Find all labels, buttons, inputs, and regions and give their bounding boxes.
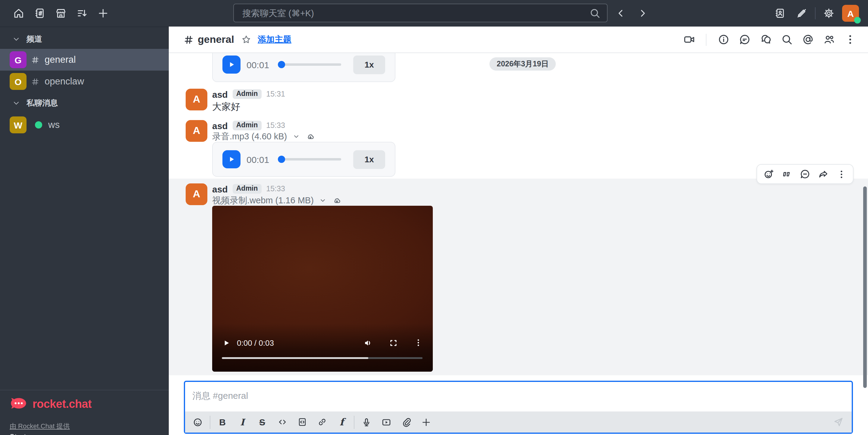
members-button[interactable] bbox=[820, 31, 837, 48]
home-icon bbox=[13, 7, 25, 19]
role-badge: Admin bbox=[233, 90, 261, 99]
video-progress-bar[interactable] bbox=[222, 357, 423, 359]
play-button[interactable] bbox=[222, 150, 241, 168]
add-reaction-button[interactable] bbox=[760, 166, 777, 182]
message-avatar[interactable]: A bbox=[186, 89, 207, 110]
hash-icon bbox=[183, 34, 194, 45]
message-avatar[interactable]: A bbox=[186, 120, 207, 142]
channel-name[interactable]: general bbox=[198, 33, 234, 46]
directory-button[interactable] bbox=[31, 5, 48, 22]
threads-button[interactable] bbox=[736, 31, 753, 48]
date-separator: 2026年3月19日 bbox=[490, 57, 556, 70]
add-topic-link[interactable]: 添加主题 bbox=[258, 34, 291, 45]
compose-disabled-button[interactable] bbox=[793, 5, 810, 22]
send-button[interactable] bbox=[830, 414, 846, 430]
channel-header: general 添加主题 bbox=[169, 27, 868, 53]
chevron-right-icon bbox=[637, 7, 649, 19]
rocketchat-icon bbox=[10, 395, 28, 413]
playback-rate-button[interactable]: 1x bbox=[353, 55, 385, 74]
message-list: 00:01 1x 2026年3月19日 A asd Admin 15:31 大家… bbox=[169, 53, 868, 435]
collapse-chevron-icon[interactable] bbox=[319, 197, 327, 205]
download-icon[interactable] bbox=[333, 196, 342, 205]
topbar-divider bbox=[815, 7, 815, 19]
contacts-button[interactable] bbox=[772, 5, 788, 22]
discussions-button[interactable] bbox=[757, 31, 774, 48]
chat-scrollbar[interactable] bbox=[863, 186, 867, 388]
reply-in-thread-button[interactable] bbox=[797, 166, 813, 182]
username[interactable]: asd bbox=[212, 184, 228, 194]
hash-icon bbox=[31, 77, 40, 86]
kebab-icon[interactable] bbox=[413, 338, 423, 348]
sort-button[interactable] bbox=[73, 5, 90, 22]
volume-icon[interactable] bbox=[363, 338, 373, 348]
sidebar: 频道 G general O openclaw 私聊消息 W ws rocket… bbox=[0, 27, 169, 435]
audio-message-button[interactable] bbox=[359, 414, 374, 430]
back-button[interactable] bbox=[613, 5, 629, 22]
collapse-chevron-icon[interactable] bbox=[292, 133, 300, 141]
inline-code-button[interactable] bbox=[274, 414, 290, 430]
formula-button[interactable]: f bbox=[334, 414, 350, 430]
settings-button[interactable] bbox=[820, 5, 837, 22]
marketplace-button[interactable] bbox=[53, 5, 69, 22]
video-message-button[interactable] bbox=[378, 414, 394, 430]
composer-input[interactable]: 消息 #general bbox=[185, 382, 852, 411]
mentions-button[interactable] bbox=[799, 31, 816, 48]
attachment-title-row: 视频录制.webm (1.16 MB) bbox=[212, 195, 342, 206]
attach-file-button[interactable] bbox=[398, 414, 414, 430]
sidebar-item-ws[interactable]: W ws bbox=[0, 114, 169, 136]
italic-button[interactable]: I bbox=[235, 414, 250, 430]
message-avatar[interactable]: A bbox=[186, 183, 207, 205]
section-direct-messages[interactable]: 私聊消息 bbox=[0, 98, 169, 108]
video-message-icon bbox=[381, 416, 392, 428]
channel-info-button[interactable] bbox=[715, 31, 732, 48]
audio-seek-slider[interactable] bbox=[278, 156, 341, 163]
favorite-star-icon[interactable] bbox=[241, 34, 252, 45]
plus-button[interactable] bbox=[418, 414, 434, 430]
section-channels[interactable]: 频道 bbox=[0, 34, 169, 44]
sidebar-footer: rocket.chat 由 Rocket.Chat 提供 Starter bbox=[0, 390, 169, 435]
emoji-button[interactable] bbox=[190, 414, 206, 430]
username[interactable]: asd bbox=[212, 120, 228, 130]
code-block-button[interactable] bbox=[294, 414, 310, 430]
link-icon bbox=[317, 417, 327, 427]
top-bar: A bbox=[0, 0, 868, 27]
username[interactable]: asd bbox=[212, 89, 228, 99]
message-kebab-button[interactable] bbox=[833, 166, 850, 182]
forward-button[interactable] bbox=[815, 166, 832, 182]
hash-icon bbox=[31, 55, 40, 64]
call-button[interactable] bbox=[681, 31, 698, 48]
play-icon[interactable] bbox=[222, 338, 231, 347]
sidebar-item-openclaw[interactable]: O openclaw bbox=[0, 70, 169, 92]
link-button[interactable] bbox=[314, 414, 330, 430]
audio-seek-slider[interactable] bbox=[278, 61, 341, 68]
forward-icon bbox=[818, 168, 829, 180]
video-attachment-player[interactable]: 0:00 / 0:03 bbox=[212, 206, 433, 372]
forward-button[interactable] bbox=[634, 5, 651, 22]
user-avatar[interactable]: A bbox=[842, 5, 859, 22]
search-messages-button[interactable] bbox=[778, 31, 795, 48]
attachment-name[interactable]: 录音.mp3 (4.60 kB) bbox=[212, 131, 287, 142]
attachment-name[interactable]: 视频录制.webm (1.16 MB) bbox=[212, 195, 314, 206]
home-button[interactable] bbox=[10, 5, 27, 22]
bold-button[interactable]: B bbox=[215, 414, 230, 430]
fullscreen-icon[interactable] bbox=[389, 338, 398, 347]
play-button[interactable] bbox=[222, 56, 241, 74]
sidebar-item-general[interactable]: G general bbox=[0, 49, 169, 70]
strikethrough-button[interactable]: S bbox=[254, 414, 270, 430]
powered-by-link[interactable]: 由 Rocket.Chat 提供 bbox=[10, 422, 159, 431]
video-time: 0:00 / 0:03 bbox=[237, 338, 274, 347]
search-bar[interactable] bbox=[233, 4, 608, 22]
playback-rate-button[interactable]: 1x bbox=[353, 150, 385, 169]
kebab-menu-button[interactable] bbox=[841, 31, 858, 48]
bold-icon: B bbox=[219, 417, 226, 427]
at-icon bbox=[801, 33, 814, 46]
create-new-button[interactable] bbox=[95, 5, 112, 22]
quote-button[interactable] bbox=[778, 166, 795, 182]
section-label: 私聊消息 bbox=[27, 98, 58, 109]
message-composer[interactable]: 消息 #general B I S f bbox=[184, 381, 853, 434]
code-block-icon bbox=[297, 417, 307, 427]
download-icon[interactable] bbox=[306, 132, 315, 142]
search-input[interactable] bbox=[234, 8, 589, 18]
room-name: ws bbox=[48, 119, 60, 130]
brand-wordmark: rocket.chat bbox=[33, 398, 92, 411]
